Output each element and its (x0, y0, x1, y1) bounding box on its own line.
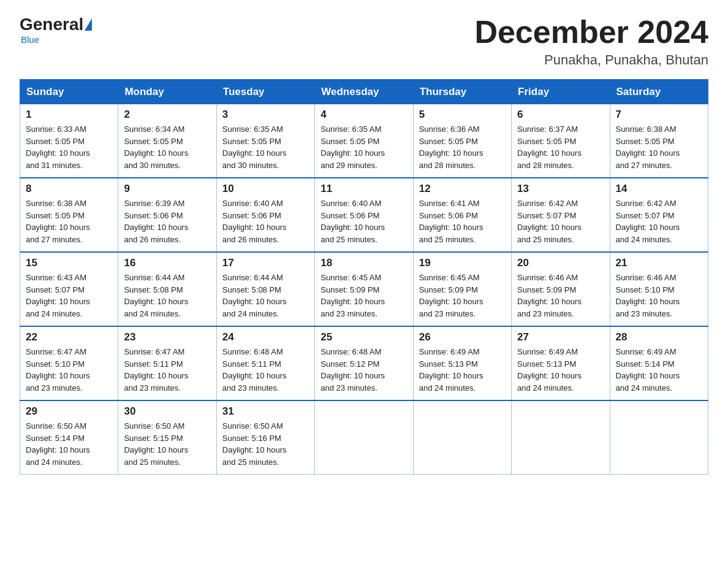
day-number: 22 (26, 331, 112, 343)
weekday-header-wednesday: Wednesday (315, 80, 413, 104)
day-info: Sunrise: 6:45 AMSunset: 5:09 PMDaylight:… (320, 272, 407, 320)
day-info: Sunrise: 6:38 AMSunset: 5:05 PMDaylight:… (616, 123, 702, 171)
day-info: Sunrise: 6:48 AMSunset: 5:11 PMDaylight:… (222, 346, 309, 394)
day-info: Sunrise: 6:47 AMSunset: 5:11 PMDaylight:… (124, 346, 210, 394)
calendar-cell: 29Sunrise: 6:50 AMSunset: 5:14 PMDayligh… (20, 400, 118, 475)
calendar-cell: 18Sunrise: 6:45 AMSunset: 5:09 PMDayligh… (315, 252, 413, 326)
day-number: 9 (124, 183, 210, 195)
calendar-cell: 12Sunrise: 6:41 AMSunset: 5:06 PMDayligh… (413, 178, 511, 252)
day-info: Sunrise: 6:49 AMSunset: 5:13 PMDaylight:… (517, 346, 604, 394)
month-title: December 2024 (474, 15, 708, 50)
day-number: 21 (616, 257, 702, 269)
day-number: 23 (124, 331, 210, 343)
calendar-cell: 6Sunrise: 6:37 AMSunset: 5:05 PMDaylight… (512, 104, 610, 178)
day-info: Sunrise: 6:49 AMSunset: 5:13 PMDaylight:… (419, 346, 506, 394)
location-title: Punakha, Punakha, Bhutan (474, 52, 708, 68)
calendar-cell: 20Sunrise: 6:46 AMSunset: 5:09 PMDayligh… (512, 252, 610, 326)
calendar-cell: 14Sunrise: 6:42 AMSunset: 5:07 PMDayligh… (610, 178, 708, 252)
day-info: Sunrise: 6:35 AMSunset: 5:05 PMDaylight:… (222, 123, 309, 171)
day-info: Sunrise: 6:39 AMSunset: 5:06 PMDaylight:… (124, 197, 210, 245)
day-info: Sunrise: 6:45 AMSunset: 5:09 PMDaylight:… (419, 272, 506, 320)
calendar-cell (413, 400, 511, 475)
calendar-cell: 15Sunrise: 6:43 AMSunset: 5:07 PMDayligh… (20, 252, 118, 326)
day-info: Sunrise: 6:35 AMSunset: 5:05 PMDaylight:… (320, 123, 407, 171)
day-info: Sunrise: 6:34 AMSunset: 5:05 PMDaylight:… (124, 123, 210, 171)
calendar-week-row: 29Sunrise: 6:50 AMSunset: 5:14 PMDayligh… (20, 400, 708, 475)
page: General Blue December 2024 Punakha, Puna… (0, 0, 728, 489)
day-info: Sunrise: 6:44 AMSunset: 5:08 PMDaylight:… (222, 272, 309, 320)
weekday-header-saturday: Saturday (610, 80, 708, 104)
day-number: 3 (222, 109, 309, 121)
weekday-header-friday: Friday (512, 80, 610, 104)
day-number: 1 (26, 109, 112, 121)
day-number: 17 (222, 257, 309, 269)
calendar-cell: 1Sunrise: 6:33 AMSunset: 5:05 PMDaylight… (20, 104, 118, 178)
day-info: Sunrise: 6:46 AMSunset: 5:10 PMDaylight:… (616, 272, 702, 320)
day-info: Sunrise: 6:40 AMSunset: 5:06 PMDaylight:… (320, 197, 407, 245)
day-number: 28 (616, 331, 702, 343)
calendar-cell: 8Sunrise: 6:38 AMSunset: 5:05 PMDaylight… (20, 178, 118, 252)
calendar-cell: 5Sunrise: 6:36 AMSunset: 5:05 PMDaylight… (413, 104, 511, 178)
day-number: 27 (517, 331, 604, 343)
day-info: Sunrise: 6:47 AMSunset: 5:10 PMDaylight:… (26, 346, 112, 394)
weekday-header-row: SundayMondayTuesdayWednesdayThursdayFrid… (20, 80, 708, 104)
calendar-cell: 21Sunrise: 6:46 AMSunset: 5:10 PMDayligh… (610, 252, 708, 326)
day-number: 2 (124, 109, 210, 121)
calendar-cell: 10Sunrise: 6:40 AMSunset: 5:06 PMDayligh… (216, 178, 314, 252)
day-info: Sunrise: 6:42 AMSunset: 5:07 PMDaylight:… (517, 197, 604, 245)
calendar-cell: 2Sunrise: 6:34 AMSunset: 5:05 PMDaylight… (118, 104, 216, 178)
day-number: 31 (222, 405, 309, 418)
calendar-week-row: 22Sunrise: 6:47 AMSunset: 5:10 PMDayligh… (20, 326, 708, 400)
calendar-cell: 9Sunrise: 6:39 AMSunset: 5:06 PMDaylight… (118, 178, 216, 252)
logo-blue: Blue (21, 34, 39, 45)
day-number: 4 (320, 109, 407, 121)
day-number: 12 (419, 183, 506, 195)
day-info: Sunrise: 6:49 AMSunset: 5:14 PMDaylight:… (616, 346, 702, 394)
day-number: 30 (124, 405, 210, 418)
calendar-cell (512, 400, 610, 475)
day-info: Sunrise: 6:36 AMSunset: 5:05 PMDaylight:… (419, 123, 506, 171)
calendar-cell: 7Sunrise: 6:38 AMSunset: 5:05 PMDaylight… (610, 104, 708, 178)
calendar-cell: 3Sunrise: 6:35 AMSunset: 5:05 PMDaylight… (216, 104, 314, 178)
day-info: Sunrise: 6:40 AMSunset: 5:06 PMDaylight:… (222, 197, 309, 245)
calendar-cell: 22Sunrise: 6:47 AMSunset: 5:10 PMDayligh… (20, 326, 118, 400)
day-info: Sunrise: 6:37 AMSunset: 5:05 PMDaylight:… (517, 123, 604, 171)
day-number: 26 (419, 331, 506, 343)
day-info: Sunrise: 6:46 AMSunset: 5:09 PMDaylight:… (517, 272, 604, 320)
calendar-week-row: 8Sunrise: 6:38 AMSunset: 5:05 PMDaylight… (20, 178, 708, 252)
calendar-cell: 4Sunrise: 6:35 AMSunset: 5:05 PMDaylight… (315, 104, 413, 178)
day-info: Sunrise: 6:50 AMSunset: 5:15 PMDaylight:… (124, 420, 210, 468)
logo-text: General (20, 15, 93, 34)
weekday-header-sunday: Sunday (20, 80, 118, 104)
day-number: 8 (26, 183, 112, 195)
day-number: 10 (222, 183, 309, 195)
day-number: 14 (616, 183, 702, 195)
calendar-week-row: 15Sunrise: 6:43 AMSunset: 5:07 PMDayligh… (20, 252, 708, 326)
day-info: Sunrise: 6:41 AMSunset: 5:06 PMDaylight:… (419, 197, 506, 245)
calendar-cell: 23Sunrise: 6:47 AMSunset: 5:11 PMDayligh… (118, 326, 216, 400)
header-row: General Blue December 2024 Punakha, Puna… (20, 15, 708, 68)
day-info: Sunrise: 6:48 AMSunset: 5:12 PMDaylight:… (320, 346, 407, 394)
calendar-cell: 31Sunrise: 6:50 AMSunset: 5:16 PMDayligh… (216, 400, 314, 475)
day-number: 29 (26, 405, 112, 418)
calendar-cell: 26Sunrise: 6:49 AMSunset: 5:13 PMDayligh… (413, 326, 511, 400)
logo-general: General (20, 15, 83, 34)
day-number: 13 (517, 183, 604, 195)
calendar-cell (315, 400, 413, 475)
day-number: 15 (26, 257, 112, 269)
calendar-cell: 30Sunrise: 6:50 AMSunset: 5:15 PMDayligh… (118, 400, 216, 475)
day-number: 16 (124, 257, 210, 269)
calendar-cell: 13Sunrise: 6:42 AMSunset: 5:07 PMDayligh… (512, 178, 610, 252)
day-info: Sunrise: 6:33 AMSunset: 5:05 PMDaylight:… (26, 123, 112, 171)
logo: General Blue (20, 15, 93, 45)
calendar-cell (610, 400, 708, 475)
day-info: Sunrise: 6:43 AMSunset: 5:07 PMDaylight:… (26, 272, 112, 320)
calendar-table: SundayMondayTuesdayWednesdayThursdayFrid… (20, 79, 708, 475)
day-number: 19 (419, 257, 506, 269)
weekday-header-tuesday: Tuesday (216, 80, 314, 104)
calendar-cell: 25Sunrise: 6:48 AMSunset: 5:12 PMDayligh… (315, 326, 413, 400)
weekday-header-thursday: Thursday (413, 80, 511, 104)
calendar-cell: 17Sunrise: 6:44 AMSunset: 5:08 PMDayligh… (216, 252, 314, 326)
day-number: 24 (222, 331, 309, 343)
logo-triangle-icon (85, 18, 92, 31)
